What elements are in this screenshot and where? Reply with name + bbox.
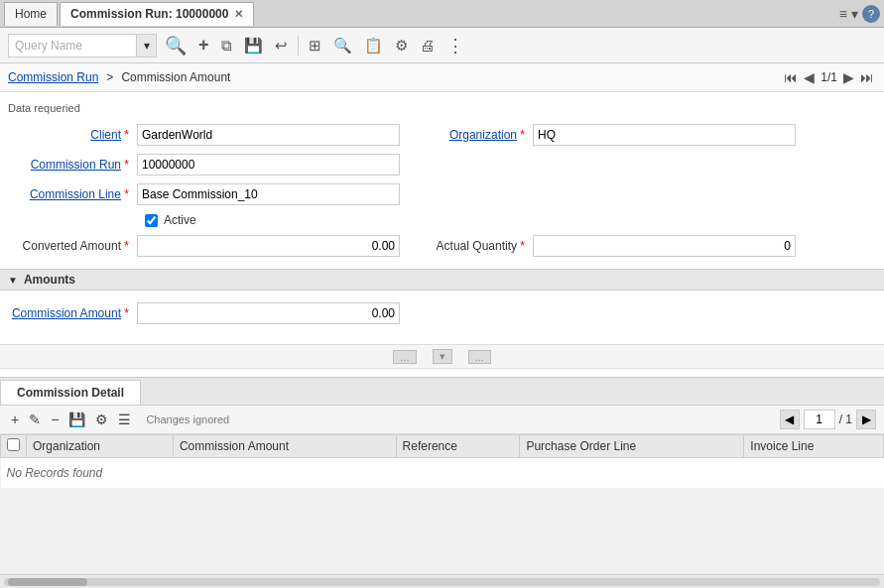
client-input[interactable] (137, 124, 400, 146)
undo-button[interactable]: ↩ (271, 35, 292, 57)
detail-list-button[interactable]: ☰ (115, 411, 134, 428)
save-button[interactable]: 💾 (240, 35, 267, 57)
commission-line-input[interactable] (137, 183, 400, 205)
detail-section: Commission Detail + ✎ − 💾 ⚙ ☰ Changes ig… (0, 377, 884, 488)
detail-settings-button[interactable]: ⚙ (92, 411, 111, 428)
amounts-section-header[interactable]: ▼ Amounts (0, 269, 884, 291)
detail-pager: ◀ / 1 ▶ (780, 410, 876, 429)
gear-button[interactable]: ⚙ (391, 35, 412, 57)
commission-amount-row: Commission Amount * (8, 302, 876, 324)
client-link[interactable]: Client (90, 128, 121, 142)
detail-tabs: Commission Detail (0, 378, 884, 406)
hamburger-icon[interactable]: ≡ (839, 6, 847, 22)
pager-next-button[interactable]: ▶ (856, 410, 876, 429)
tab-commission-run[interactable]: Commission Run: 10000000 ✕ (60, 2, 254, 26)
client-col: Client * (8, 124, 400, 146)
main-content: Data requeried Client * Organization * (0, 92, 884, 377)
organization-input[interactable] (533, 124, 796, 146)
converted-col: Converted Amount * (8, 235, 400, 257)
amounts-triangle-icon: ▼ (8, 275, 18, 286)
organization-link[interactable]: Organization (449, 128, 517, 142)
zoom-button[interactable]: 🔍 (329, 35, 356, 57)
table-header-purchase-order-line: Purchase Order Line (520, 435, 744, 458)
tab-close-icon[interactable]: ✕ (234, 8, 243, 21)
breadcrumb-pager: 1/1 (821, 70, 837, 84)
commission-run-row: Commission Run * (8, 154, 876, 176)
client-label: Client * (8, 128, 137, 142)
breadcrumb: Commission Run > Commission Amount ⏮ ◀ 1… (0, 63, 884, 92)
actual-qty-col: Actual Quantity * (424, 235, 796, 257)
scroll-chevron-icon[interactable]: ▾ (433, 349, 452, 364)
pager-current-input[interactable] (804, 410, 835, 429)
scroll-thumb[interactable] (8, 578, 87, 586)
organization-label: Organization * (424, 128, 533, 142)
commission-line-required: * (124, 187, 129, 201)
search-button[interactable]: 🔍 (161, 33, 190, 59)
tab-commission-run-label: Commission Run: 10000000 (70, 7, 228, 21)
commission-run-required: * (124, 158, 129, 172)
print-button[interactable]: 🖨 (416, 35, 439, 56)
horizontal-scrollbar[interactable] (0, 574, 884, 588)
active-checkbox[interactable] (145, 214, 158, 227)
pager-total: / 1 (839, 412, 852, 426)
amounts-content: Commission Amount * (0, 291, 884, 344)
converted-amount-input[interactable] (137, 235, 400, 257)
table-header-checkbox (1, 435, 27, 458)
breadcrumb-current: Commission Amount (121, 70, 230, 84)
converted-amount-label: Converted Amount * (8, 239, 137, 253)
commission-amount-label: Commission Amount * (8, 306, 137, 320)
breadcrumb-separator: > (106, 70, 113, 84)
commission-run-label: Commission Run * (8, 158, 137, 172)
breadcrumb-nav: ⏮ ◀ 1/1 ▶ ⏭ (782, 67, 876, 87)
detail-add-button[interactable]: + (8, 411, 22, 428)
nav-prev-button[interactable]: ◀ (802, 67, 817, 87)
org-required: * (520, 128, 525, 142)
commission-amount-section: Commission Amount * (0, 298, 884, 336)
client-org-row: Client * Organization * (8, 124, 876, 146)
detail-tab-commission[interactable]: Commission Detail (0, 380, 141, 405)
scroll-right-indicator[interactable]: ... (468, 350, 491, 364)
more-button[interactable]: ⋮ (442, 33, 468, 59)
pager-prev-button[interactable]: ◀ (780, 410, 800, 429)
commission-run-link[interactable]: Commission Run (31, 158, 121, 172)
converted-actual-row: Converted Amount * Actual Quantity * (8, 235, 876, 257)
detail-save-button[interactable]: 💾 (65, 411, 88, 428)
toolbar: Query Name ▾ 🔍 + ⧉ 💾 ↩ ⊞ 🔍 📋 ⚙ 🖨 ⋮ (0, 28, 884, 63)
help-icon[interactable]: ? (862, 5, 880, 23)
copy-button[interactable]: ⧉ (217, 35, 236, 57)
nav-last-button[interactable]: ⏭ (858, 67, 876, 87)
tab-home[interactable]: Home (4, 2, 58, 26)
grid-button[interactable]: ⊞ (305, 35, 325, 57)
table-header-commission-amount: Commission Amount (173, 435, 396, 458)
select-all-checkbox[interactable] (7, 438, 20, 451)
detail-delete-button[interactable]: − (48, 411, 62, 428)
nav-first-button[interactable]: ⏮ (782, 67, 800, 87)
commission-amount-link[interactable]: Commission Amount (12, 306, 121, 320)
nav-next-button[interactable]: ▶ (841, 67, 856, 87)
actual-quantity-input[interactable] (533, 235, 796, 257)
commission-run-input[interactable] (137, 154, 400, 176)
scroll-indicator: ... ▾ ... (0, 344, 884, 369)
commission-amount-input[interactable] (137, 302, 400, 324)
commission-line-row: Commission Line * (8, 183, 876, 205)
query-dropdown[interactable]: Query Name ▾ (8, 34, 157, 58)
breadcrumb-parent-link[interactable]: Commission Run (8, 70, 98, 84)
query-dropdown-btn[interactable]: ▾ (136, 35, 156, 57)
add-button[interactable]: + (194, 33, 213, 58)
doc-button[interactable]: 📋 (360, 35, 387, 57)
chevron-down-icon[interactable]: ▾ (851, 6, 858, 22)
query-dropdown-label: Query Name (9, 39, 136, 53)
commission-line-link[interactable]: Commission Line (30, 187, 121, 201)
tab-home-label: Home (15, 7, 47, 21)
breadcrumb-left: Commission Run > Commission Amount (8, 70, 230, 84)
changes-ignored-label: Changes ignored (146, 413, 229, 425)
no-records-row: No Records found (1, 458, 884, 489)
form-section: Client * Organization * Commission Run * (0, 120, 884, 269)
table-header-reference: Reference (396, 435, 520, 458)
tab-bar: Home Commission Run: 10000000 ✕ ≡ ▾ ? (0, 0, 884, 28)
active-row: Active (8, 213, 876, 227)
detail-edit-button[interactable]: ✎ (26, 411, 44, 428)
scroll-left-indicator[interactable]: ... (393, 350, 416, 364)
tab-bar-right: ≡ ▾ ? (839, 5, 880, 23)
detail-table: Organization Commission Amount Reference… (0, 434, 884, 488)
